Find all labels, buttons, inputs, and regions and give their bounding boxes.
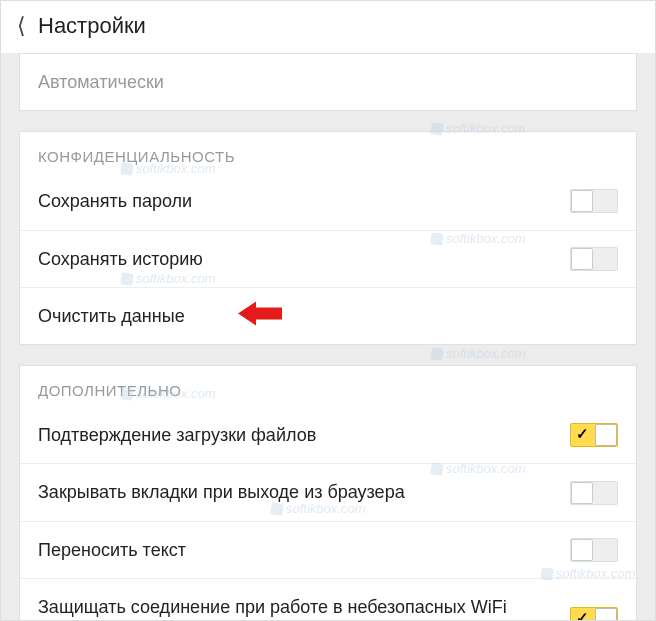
additional-panel: ДОПОЛНИТЕЛЬНО Подтверждение загрузки фай… bbox=[19, 365, 637, 621]
save-passwords-label: Сохранять пароли bbox=[38, 189, 570, 213]
save-passwords-toggle[interactable] bbox=[570, 189, 618, 213]
protect-wifi-label: Защищать соединение при работе в небезоп… bbox=[38, 595, 570, 621]
auto-panel: Автоматически bbox=[19, 53, 637, 111]
clear-data-row[interactable]: Очистить данные bbox=[20, 287, 636, 344]
header-bar: ⟨ Настройки bbox=[1, 1, 655, 51]
back-icon[interactable]: ⟨ bbox=[17, 13, 26, 39]
privacy-section-header: КОНФИДЕНЦИАЛЬНОСТЬ bbox=[20, 132, 636, 173]
save-history-label: Сохранять историю bbox=[38, 247, 570, 271]
close-tabs-row[interactable]: Закрывать вкладки при выходе из браузера bbox=[20, 463, 636, 520]
save-passwords-row[interactable]: Сохранять пароли bbox=[20, 173, 636, 229]
auto-label: Автоматически bbox=[38, 70, 618, 94]
settings-scroll-area[interactable]: Автоматически КОНФИДЕНЦИАЛЬНОСТЬ Сохраня… bbox=[1, 53, 655, 621]
protect-wifi-row[interactable]: Защищать соединение при работе в небезоп… bbox=[20, 578, 636, 621]
privacy-panel: КОНФИДЕНЦИАЛЬНОСТЬ Сохранять пароли Сохр… bbox=[19, 131, 637, 345]
close-tabs-toggle[interactable] bbox=[570, 481, 618, 505]
wrap-text-toggle[interactable] bbox=[570, 538, 618, 562]
close-tabs-label: Закрывать вкладки при выходе из браузера bbox=[38, 480, 570, 504]
save-history-row[interactable]: Сохранять историю bbox=[20, 230, 636, 287]
clear-data-label: Очистить данные bbox=[38, 304, 618, 328]
confirm-download-row[interactable]: Подтверждение загрузки файлов bbox=[20, 407, 636, 463]
additional-section-header: ДОПОЛНИТЕЛЬНО bbox=[20, 366, 636, 407]
svg-marker-0 bbox=[238, 302, 282, 326]
auto-row[interactable]: Автоматически bbox=[20, 54, 636, 110]
confirm-download-label: Подтверждение загрузки файлов bbox=[38, 423, 570, 447]
arrow-left-icon bbox=[238, 300, 282, 333]
confirm-download-toggle[interactable] bbox=[570, 423, 618, 447]
save-history-toggle[interactable] bbox=[570, 247, 618, 271]
page-title: Настройки bbox=[38, 13, 146, 39]
wrap-text-row[interactable]: Переносить текст bbox=[20, 521, 636, 578]
wrap-text-label: Переносить текст bbox=[38, 538, 570, 562]
protect-wifi-toggle[interactable] bbox=[570, 607, 618, 621]
